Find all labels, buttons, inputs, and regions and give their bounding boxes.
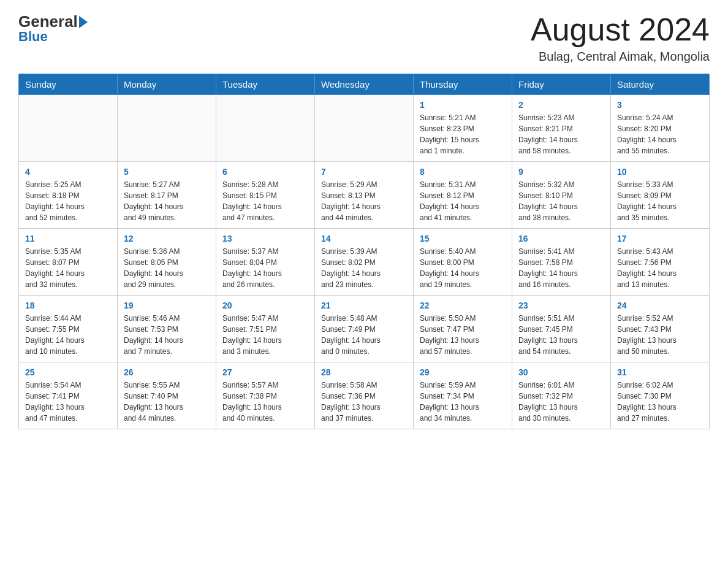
calendar-cell: 22Sunrise: 5:50 AM Sunset: 7:47 PM Dayli… (414, 296, 512, 362)
day-info: Sunrise: 5:40 AM Sunset: 8:00 PM Dayligh… (420, 246, 506, 290)
calendar-cell: 15Sunrise: 5:40 AM Sunset: 8:00 PM Dayli… (414, 229, 512, 296)
calendar-cell: 8Sunrise: 5:31 AM Sunset: 8:12 PM Daylig… (414, 162, 512, 229)
calendar-table: SundayMondayTuesdayWednesdayThursdayFrid… (18, 74, 710, 429)
day-info: Sunrise: 5:46 AM Sunset: 7:53 PM Dayligh… (124, 313, 210, 357)
day-number: 9 (518, 167, 604, 177)
calendar-cell: 6Sunrise: 5:28 AM Sunset: 8:15 PM Daylig… (216, 162, 315, 229)
day-number: 5 (124, 167, 210, 177)
calendar-cell: 3Sunrise: 5:24 AM Sunset: 8:20 PM Daylig… (611, 95, 710, 162)
day-number: 10 (617, 167, 703, 177)
day-info: Sunrise: 5:35 AM Sunset: 8:07 PM Dayligh… (25, 246, 111, 290)
day-info: Sunrise: 5:57 AM Sunset: 7:38 PM Dayligh… (222, 380, 308, 424)
calendar-cell: 1Sunrise: 5:21 AM Sunset: 8:23 PM Daylig… (414, 95, 512, 162)
day-info: Sunrise: 5:37 AM Sunset: 8:04 PM Dayligh… (222, 246, 308, 290)
calendar-cell: 28Sunrise: 5:58 AM Sunset: 7:36 PM Dayli… (315, 362, 414, 429)
day-number: 2 (518, 100, 604, 110)
day-number: 20 (222, 301, 308, 310)
day-number: 30 (518, 367, 604, 377)
logo-arrow-icon (79, 16, 88, 28)
day-number: 14 (321, 234, 407, 243)
weekday-header-sunday: Sunday (19, 74, 118, 95)
day-number: 7 (321, 167, 407, 177)
calendar-cell: 2Sunrise: 5:23 AM Sunset: 8:21 PM Daylig… (512, 95, 611, 162)
header: General Blue August 2024 Bulag, Central … (18, 12, 710, 64)
weekday-header-wednesday: Wednesday (315, 74, 414, 95)
day-info: Sunrise: 5:47 AM Sunset: 7:51 PM Dayligh… (222, 313, 308, 357)
day-number: 6 (222, 167, 308, 177)
day-number: 18 (25, 301, 111, 310)
month-title: August 2024 (531, 12, 710, 47)
day-number: 21 (321, 301, 407, 310)
day-info: Sunrise: 5:28 AM Sunset: 8:15 PM Dayligh… (222, 179, 308, 223)
calendar-cell: 31Sunrise: 6:02 AM Sunset: 7:30 PM Dayli… (611, 362, 710, 429)
calendar-cell: 13Sunrise: 5:37 AM Sunset: 8:04 PM Dayli… (216, 229, 315, 296)
day-info: Sunrise: 5:48 AM Sunset: 7:49 PM Dayligh… (321, 313, 407, 357)
weekday-header-tuesday: Tuesday (216, 74, 315, 95)
day-info: Sunrise: 5:59 AM Sunset: 7:34 PM Dayligh… (420, 380, 506, 424)
weekday-header-friday: Friday (512, 74, 611, 95)
calendar-cell: 24Sunrise: 5:52 AM Sunset: 7:43 PM Dayli… (611, 296, 710, 362)
day-number: 23 (518, 301, 604, 310)
day-number: 28 (321, 367, 407, 377)
calendar-cell: 10Sunrise: 5:33 AM Sunset: 8:09 PM Dayli… (611, 162, 710, 229)
calendar-cell: 19Sunrise: 5:46 AM Sunset: 7:53 PM Dayli… (118, 296, 216, 362)
day-number: 17 (617, 234, 703, 243)
day-info: Sunrise: 6:02 AM Sunset: 7:30 PM Dayligh… (617, 380, 703, 424)
day-info: Sunrise: 6:01 AM Sunset: 7:32 PM Dayligh… (518, 380, 604, 424)
calendar-cell (118, 95, 216, 162)
day-number: 13 (222, 234, 308, 243)
calendar-cell: 26Sunrise: 5:55 AM Sunset: 7:40 PM Dayli… (118, 362, 216, 429)
calendar-cell: 17Sunrise: 5:43 AM Sunset: 7:56 PM Dayli… (611, 229, 710, 296)
day-number: 3 (617, 100, 703, 110)
calendar-cell: 12Sunrise: 5:36 AM Sunset: 8:05 PM Dayli… (118, 229, 216, 296)
logo-blue-text: Blue (18, 29, 48, 45)
calendar-cell: 7Sunrise: 5:29 AM Sunset: 8:13 PM Daylig… (315, 162, 414, 229)
calendar-cell: 30Sunrise: 6:01 AM Sunset: 7:32 PM Dayli… (512, 362, 611, 429)
weekday-header-thursday: Thursday (414, 74, 512, 95)
calendar-week-row: 11Sunrise: 5:35 AM Sunset: 8:07 PM Dayli… (19, 229, 710, 296)
day-info: Sunrise: 5:43 AM Sunset: 7:56 PM Dayligh… (617, 246, 703, 290)
day-info: Sunrise: 5:52 AM Sunset: 7:43 PM Dayligh… (617, 313, 703, 357)
location-title: Bulag, Central Aimak, Mongolia (531, 50, 710, 64)
day-info: Sunrise: 5:54 AM Sunset: 7:41 PM Dayligh… (25, 380, 111, 424)
day-number: 22 (420, 301, 506, 310)
calendar-cell: 18Sunrise: 5:44 AM Sunset: 7:55 PM Dayli… (19, 296, 118, 362)
weekday-header-saturday: Saturday (611, 74, 710, 95)
day-info: Sunrise: 5:31 AM Sunset: 8:12 PM Dayligh… (420, 179, 506, 223)
calendar-cell: 23Sunrise: 5:51 AM Sunset: 7:45 PM Dayli… (512, 296, 611, 362)
calendar-cell: 4Sunrise: 5:25 AM Sunset: 8:18 PM Daylig… (19, 162, 118, 229)
day-info: Sunrise: 5:23 AM Sunset: 8:21 PM Dayligh… (518, 112, 604, 156)
calendar-cell: 11Sunrise: 5:35 AM Sunset: 8:07 PM Dayli… (19, 229, 118, 296)
calendar-cell: 14Sunrise: 5:39 AM Sunset: 8:02 PM Dayli… (315, 229, 414, 296)
day-number: 16 (518, 234, 604, 243)
calendar-cell: 20Sunrise: 5:47 AM Sunset: 7:51 PM Dayli… (216, 296, 315, 362)
day-number: 1 (420, 100, 506, 110)
calendar-week-row: 25Sunrise: 5:54 AM Sunset: 7:41 PM Dayli… (19, 362, 710, 429)
day-info: Sunrise: 5:32 AM Sunset: 8:10 PM Dayligh… (518, 179, 604, 223)
day-number: 29 (420, 367, 506, 377)
calendar-cell: 27Sunrise: 5:57 AM Sunset: 7:38 PM Dayli… (216, 362, 315, 429)
day-number: 11 (25, 234, 111, 243)
weekday-header-monday: Monday (118, 74, 216, 95)
day-number: 19 (124, 301, 210, 310)
day-info: Sunrise: 5:33 AM Sunset: 8:09 PM Dayligh… (617, 179, 703, 223)
day-info: Sunrise: 5:50 AM Sunset: 7:47 PM Dayligh… (420, 313, 506, 357)
calendar-cell: 25Sunrise: 5:54 AM Sunset: 7:41 PM Dayli… (19, 362, 118, 429)
calendar-cell: 21Sunrise: 5:48 AM Sunset: 7:49 PM Dayli… (315, 296, 414, 362)
calendar-cell: 29Sunrise: 5:59 AM Sunset: 7:34 PM Dayli… (414, 362, 512, 429)
day-info: Sunrise: 5:41 AM Sunset: 7:58 PM Dayligh… (518, 246, 604, 290)
day-number: 26 (124, 367, 210, 377)
calendar-cell (315, 95, 414, 162)
calendar-week-row: 1Sunrise: 5:21 AM Sunset: 8:23 PM Daylig… (19, 95, 710, 162)
calendar-cell: 5Sunrise: 5:27 AM Sunset: 8:17 PM Daylig… (118, 162, 216, 229)
calendar-cell: 9Sunrise: 5:32 AM Sunset: 8:10 PM Daylig… (512, 162, 611, 229)
day-number: 12 (124, 234, 210, 243)
day-number: 8 (420, 167, 506, 177)
day-info: Sunrise: 5:36 AM Sunset: 8:05 PM Dayligh… (124, 246, 210, 290)
calendar-cell (216, 95, 315, 162)
day-info: Sunrise: 5:55 AM Sunset: 7:40 PM Dayligh… (124, 380, 210, 424)
day-info: Sunrise: 5:27 AM Sunset: 8:17 PM Dayligh… (124, 179, 210, 223)
day-number: 25 (25, 367, 111, 377)
calendar-week-row: 18Sunrise: 5:44 AM Sunset: 7:55 PM Dayli… (19, 296, 710, 362)
day-number: 27 (222, 367, 308, 377)
